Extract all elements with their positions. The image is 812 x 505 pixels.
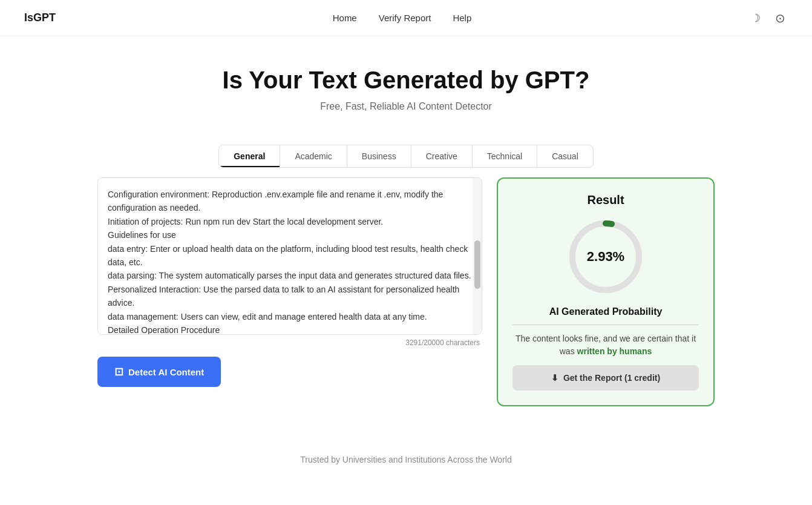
detect-btn-label: Detect AI Content [128,367,204,377]
scan-icon: ⊡ [114,365,123,378]
navbar: IsGPT Home Verify Report Help ☽ ⊙ [0,0,812,36]
result-highlight: written by humans [577,346,652,356]
footer-trust: Trusted by Universities and Institutions… [0,443,812,477]
divider [512,325,699,325]
tab-business[interactable]: Business [347,145,411,167]
main-content: Configuration environment: Reproduction … [73,177,739,406]
nav-help[interactable]: Help [453,13,471,23]
logo: IsGPT [24,12,56,24]
ai-prob-label: AI Generated Probability [549,306,663,317]
nav-links: Home Verify Report Help [333,13,472,24]
probability-chart: 2.93% [563,214,648,299]
get-report-button[interactable]: ⬇ Get the Report (1 credit) [512,365,699,391]
hero-title: Is Your Text Generated by GPT? [12,67,800,94]
tab-casual[interactable]: Casual [537,145,593,167]
detect-ai-content-button[interactable]: ⊡ Detect AI Content [97,357,221,387]
navbar-icons: ☽ ⊙ [748,8,788,28]
tab-technical[interactable]: Technical [473,145,537,167]
tabs-container: General Academic Business Creative Techn… [0,145,812,168]
tab-general[interactable]: General [219,145,280,167]
scrollbar-thumb [474,240,480,289]
result-panel: Result 2.93% AI Generated Probability Th… [497,177,715,406]
moon-icon: ☽ [751,12,761,24]
input-textarea[interactable]: Configuration environment: Reproduction … [98,178,482,334]
percentage-label: 2.93% [587,249,624,265]
user-icon: ⊙ [775,12,785,25]
footer-trust-text: Trusted by Universities and Institutions… [300,455,511,464]
nav-home[interactable]: Home [333,13,357,23]
tab-academic[interactable]: Academic [280,145,347,167]
category-tabs: General Academic Business Creative Techn… [218,145,594,168]
get-report-label: Get the Report (1 credit) [563,373,660,383]
char-count: 3291/20000 characters [97,338,482,347]
download-icon: ⬇ [551,373,558,383]
result-description: The content looks fine, and we are certa… [512,332,699,358]
scrollbar[interactable] [473,178,482,334]
dark-mode-toggle[interactable]: ☽ [748,9,763,27]
text-area-wrapper: Configuration environment: Reproduction … [97,177,482,335]
hero-section: Is Your Text Generated by GPT? Free, Fas… [0,36,812,130]
nav-verify-report[interactable]: Verify Report [379,13,431,23]
tab-creative[interactable]: Creative [411,145,473,167]
result-title: Result [587,193,624,207]
text-area-section: Configuration environment: Reproduction … [97,177,482,406]
hero-subtitle: Free, Fast, Reliable AI Content Detector [12,101,800,112]
user-account-button[interactable]: ⊙ [773,8,788,28]
